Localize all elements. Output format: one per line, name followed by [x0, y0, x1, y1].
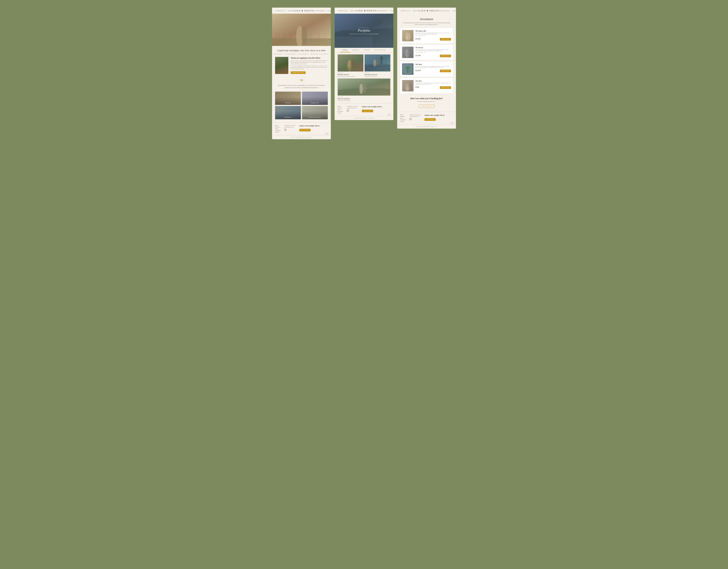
- footer-location: Photography in Portland, OR: [284, 125, 295, 126]
- nav-investment: PORTFOLIO ABOUT LINA ✿ PHOTO INVESTMENT …: [397, 8, 456, 14]
- instagram-icon-p3[interactable]: □: [409, 118, 411, 120]
- portfolio-title-1: Michelle & Zack: [338, 74, 363, 75]
- footer-copyright-p3: Copyright © 2024 Lina Bee Photo LLC. All…: [397, 124, 456, 129]
- footer-link-home[interactable]: Home: [275, 125, 281, 126]
- portfolio-img-3[interactable]: [338, 78, 390, 96]
- about-p1: My name is Collins, otherwise called Lin…: [291, 60, 328, 65]
- portfolio-category-2: Weddings: [365, 72, 390, 73]
- p3-footer-home[interactable]: Home: [400, 114, 406, 115]
- nav-p3-portfolio[interactable]: PORTFOLIO: [401, 10, 410, 11]
- nav-p2-about[interactable]: ABOUT: [350, 10, 356, 11]
- category-engagements[interactable]: Engagements: [302, 92, 328, 105]
- category-elopements[interactable]: Elopements: [275, 106, 301, 119]
- nav-contact[interactable]: CONTACT: [327, 10, 331, 11]
- package-info-buzz: The Buzz Get those pre-wedding butterfli…: [415, 63, 451, 72]
- svg-point-25: [363, 84, 366, 93]
- portfolio-desc-2: A misty day on the Oregon coast: [365, 76, 390, 77]
- p2-footer-home[interactable]: Home: [338, 106, 343, 107]
- footer-cta-heading: Capture some nostalgia with me.: [299, 125, 320, 127]
- p2-footer-about[interactable]: About: [338, 109, 343, 110]
- p2-footer-portfolio[interactable]: Portfolio: [338, 107, 343, 108]
- category-weddings[interactable]: Weddings: [275, 92, 301, 105]
- portfolio-img-2[interactable]: [365, 54, 390, 71]
- nav-right-p2: INVESTMENT CONTACT: [377, 10, 393, 11]
- package-img-honey: [402, 47, 413, 58]
- about-p2: I was a commercial photographer for half…: [291, 65, 328, 70]
- site-logo[interactable]: LINA ✿ PHOTO: [293, 9, 314, 12]
- footer-email: hello@linabeephoto.com: [284, 126, 295, 128]
- p2-footer-contact[interactable]: Contact: [338, 112, 343, 114]
- portfolio-desc-1: A bluebird engagement shoot in rural Ore…: [338, 76, 363, 77]
- nav-p3-contact[interactable]: CONTACT: [453, 10, 456, 11]
- p3-footer-contact[interactable]: Contact: [400, 121, 406, 122]
- footer-cta-btn-p2[interactable]: Let's Talk: [362, 110, 373, 112]
- package-buzz: The Buzz Get those pre-wedding butterfli…: [400, 61, 453, 77]
- footer-link-about[interactable]: About: [275, 128, 281, 129]
- nav-p2-investment[interactable]: INVESTMENT: [377, 10, 388, 11]
- footer-cta-btn-p3[interactable]: Let's Talk: [424, 118, 436, 121]
- package-list: The Queen Bee The full production! Inclu…: [397, 28, 456, 93]
- category-label-elopements: Elopements: [283, 115, 293, 119]
- nav-portfolio: PORTFOLIO ABOUT LINA ✿ PHOTO INVESTMENT …: [335, 8, 393, 14]
- nav-investment[interactable]: INVESTMENT: [314, 10, 325, 11]
- package-name-hive: The Hive: [415, 80, 451, 82]
- about-btn[interactable]: More About Me: [291, 71, 306, 74]
- nav-p2-contact[interactable]: CONTACT: [390, 10, 393, 11]
- nav-about[interactable]: ABOUT: [288, 10, 293, 11]
- tab-engagements[interactable]: Engagements: [350, 48, 362, 52]
- instagram-icon[interactable]: □: [284, 129, 286, 131]
- package-price-buzz: $2,000: [415, 69, 421, 71]
- about-block: Thanks for stopping by Lina Bee Photo! M…: [272, 57, 331, 77]
- footer-link-portfolio[interactable]: Portfolio: [275, 126, 281, 128]
- logo-icon: ✿: [301, 10, 304, 12]
- portfolio-img-1[interactable]: [338, 54, 363, 71]
- svg-point-10: [301, 26, 307, 45]
- logo-left: LINA: [293, 9, 301, 12]
- logo-right: PHOTO: [304, 9, 314, 12]
- panel-home: PORTFOLIO ABOUT LINA ✿ PHOTO INVESTMENT …: [272, 8, 331, 139]
- book-hive-btn[interactable]: Book Now: [440, 86, 451, 89]
- tab-maternity[interactable]: Maternity & Family: [373, 48, 388, 52]
- package-footer-hive: $500 Book Now: [415, 85, 451, 89]
- package-addon-honey: Add film & Polaroid for $100: [415, 52, 451, 53]
- category-grid: Weddings Engagements Elopements Maternit…: [272, 92, 331, 122]
- nav-p2-portfolio[interactable]: PORTFOLIO: [338, 10, 348, 11]
- nav-p3-about[interactable]: ABOUT: [413, 10, 419, 11]
- logo-icon-p2: ✿: [364, 10, 366, 12]
- instagram-icon-p2[interactable]: □: [347, 110, 349, 111]
- svg-rect-16: [338, 67, 363, 71]
- hero-image: [272, 14, 331, 46]
- philosophy-text: Photographing a love story is like catch…: [272, 84, 331, 92]
- footer-link-contact[interactable]: Contact: [275, 132, 281, 133]
- svg-rect-12: [335, 36, 373, 48]
- tab-elopements[interactable]: Elopements: [362, 48, 373, 52]
- p3-footer-portfolio[interactable]: Portfolio: [400, 116, 406, 117]
- footer-link-investment[interactable]: Investment: [275, 130, 281, 131]
- nav-p3-investment[interactable]: INVESTMENT: [439, 10, 450, 11]
- svg-point-24: [359, 84, 363, 94]
- footer-links: Home Portfolio About Investment Contact: [275, 125, 281, 133]
- book-buzz-btn[interactable]: Book Now: [440, 70, 451, 72]
- panel-portfolio: PORTFOLIO ABOUT LINA ✿ PHOTO INVESTMENT …: [335, 8, 393, 120]
- p3-footer-investment[interactable]: Investment: [400, 119, 406, 120]
- svg-point-20: [380, 56, 383, 60]
- nav-left-p3: PORTFOLIO ABOUT: [401, 10, 419, 11]
- p2-footer-investment[interactable]: Investment: [338, 111, 343, 112]
- site-logo-p3[interactable]: LINA ✿ PHOTO: [419, 9, 439, 12]
- get-in-touch-btn[interactable]: Get In Touch: [419, 104, 434, 108]
- svg-point-41: [406, 86, 409, 90]
- svg-point-37: [406, 66, 410, 69]
- book-queen-btn[interactable]: Book Now: [440, 38, 451, 41]
- nav-portfolio[interactable]: PORTFOLIO: [276, 10, 285, 11]
- footer-copyright: Copyright © 2024 Lina Bee Photo LLC. All…: [272, 135, 331, 139]
- portfolio-title-2: Brooklyn & Xavier: [365, 74, 390, 75]
- footer-cta-btn[interactable]: Let's Talk: [299, 129, 311, 131]
- p3-footer-about[interactable]: About: [400, 118, 406, 119]
- tab-weddings[interactable]: Weddings: [340, 48, 350, 52]
- book-honey-btn[interactable]: Book Now: [440, 55, 451, 57]
- footer-home: Home Portfolio About Investment Contact …: [272, 122, 331, 139]
- footer-contact-p3: Photography in Portland, OR hello@linabe…: [409, 114, 420, 120]
- package-footer-buzz: $2,000 Book Now: [415, 69, 451, 72]
- site-logo-p2[interactable]: LINA ✿ PHOTO: [356, 9, 377, 12]
- category-maternity[interactable]: Maternity & Family: [302, 106, 328, 119]
